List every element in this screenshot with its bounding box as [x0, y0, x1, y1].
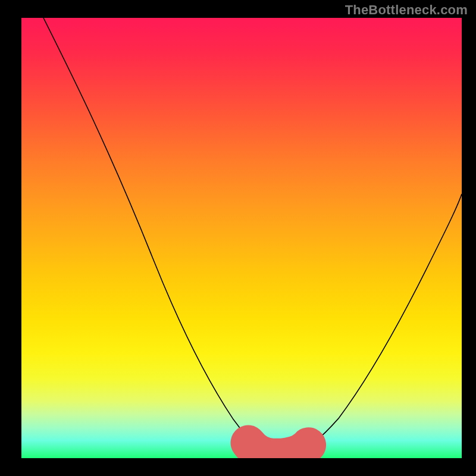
optimal-zone-highlight [248, 443, 308, 456]
bottleneck-curve [43, 18, 462, 456]
curve-svg [21, 18, 462, 458]
watermark-text: TheBottleneck.com [345, 2, 468, 18]
plot-area [21, 18, 462, 458]
chart-frame: TheBottleneck.com [0, 0, 476, 476]
